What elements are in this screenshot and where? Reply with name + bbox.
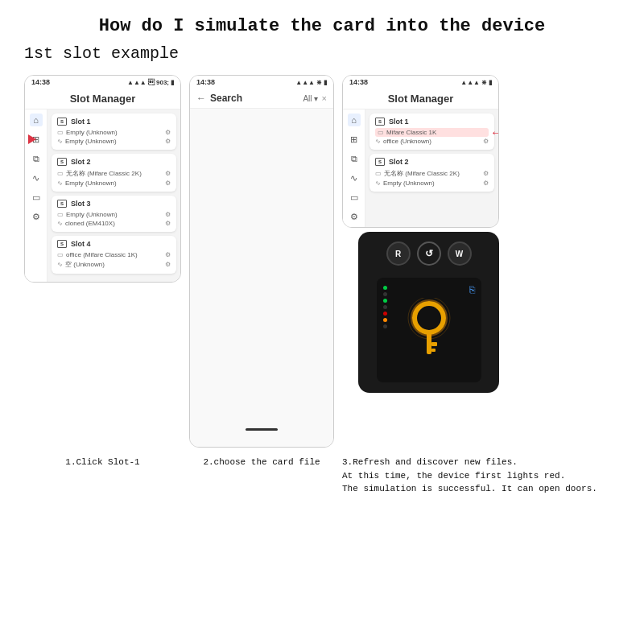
led-red bbox=[383, 312, 387, 316]
gear-icon-6[interactable]: ⚙ bbox=[165, 220, 171, 227]
led-off-3 bbox=[383, 324, 387, 328]
device-buttons: R ↺ W bbox=[386, 242, 472, 266]
battery-icon-m: ▮ bbox=[324, 79, 327, 86]
slot-2-item-2: ∿ Empty (Unknown) ⚙ bbox=[57, 179, 171, 188]
slot-r1-title: S Slot 1 bbox=[375, 118, 489, 126]
led-off-1 bbox=[383, 292, 387, 296]
sidebar-wifi[interactable]: ∿ bbox=[30, 171, 43, 184]
phone-left: 14:38 ▲▲▲  903; ▮ Slot Manager ⌂ ⊞ ⧉ bbox=[24, 75, 181, 283]
slot-1-item-2: ∿ Empty (Unknown) ⚙ bbox=[57, 137, 171, 146]
gear-icon-r1[interactable]: ⚙ bbox=[483, 138, 489, 145]
phone-body-right: ⌂ ⊞ ⧉ ∿ ▭ ⚙ S Slot 1 bbox=[343, 109, 498, 227]
gear-icon-1[interactable]: ⚙ bbox=[165, 129, 171, 136]
slot-card-2[interactable]: S Slot 2 ▭ 无名称 (Mifare Classic 2K) ⚙ ∿ E… bbox=[52, 154, 176, 192]
status-bar-middle: 14:38 ▲▲▲ ⋇ ▮ bbox=[190, 76, 333, 89]
signal-icon: ▲▲▲ bbox=[127, 79, 147, 86]
led-green bbox=[383, 286, 387, 290]
status-bar-left: 14:38 ▲▲▲  903; ▮ bbox=[25, 76, 180, 89]
sidebar-settings[interactable]: ⚙ bbox=[30, 210, 43, 223]
sidebar-slots[interactable]: ⊞ bbox=[30, 133, 43, 146]
caption-step2: 2.choose the card file bbox=[189, 456, 334, 469]
caption-step3-line2: At this time, the device first lights re… bbox=[342, 469, 620, 483]
slot-1-title: S Slot 1 bbox=[57, 118, 171, 126]
slot-card-r1[interactable]: S Slot 1 ▭ Mifare Classic 1K ← ∿ bbox=[369, 114, 494, 150]
slot-3-item-2: ∿ cloned (EM410X) ⚙ bbox=[57, 219, 171, 228]
phone-sidebar-right: ⌂ ⊞ ⧉ ∿ ▭ ⚙ bbox=[343, 109, 365, 227]
wifi-icon-2: ∿ bbox=[57, 180, 63, 187]
gear-icon-3[interactable]: ⚙ bbox=[165, 170, 171, 177]
device-image: R ↺ W ⎘ bbox=[358, 232, 499, 393]
wifi-icon-r: ⋇ bbox=[481, 79, 487, 86]
sidebar-copy-r[interactable]: ⧉ bbox=[348, 152, 361, 165]
sidebar-card[interactable]: ▭ bbox=[30, 191, 43, 204]
gear-icon-5[interactable]: ⚙ bbox=[165, 211, 171, 218]
slot-r2-item-1: ▭ 无名称 (Mifare Classic 2K) ⚙ bbox=[375, 168, 489, 179]
card-icon-3: ▭ bbox=[57, 211, 64, 218]
phone-right: 14:38 ▲▲▲ ⋇ ▮ Slot Manager ⌂ ⊞ ⧉ ∿ ▭ bbox=[342, 75, 499, 228]
led-off-2 bbox=[383, 305, 387, 309]
gear-icon-r2[interactable]: ⚙ bbox=[483, 170, 489, 177]
phone-body-left: ⌂ ⊞ ⧉ ∿ ▭ ⚙ S Slot 1 bbox=[25, 109, 180, 282]
w-button[interactable]: W bbox=[448, 242, 472, 266]
signal-icon-m: ▲▲▲ bbox=[295, 79, 315, 86]
r-button[interactable]: R bbox=[386, 242, 411, 266]
gear-icon-2[interactable]: ⚙ bbox=[165, 138, 171, 145]
time-left: 14:38 bbox=[31, 78, 50, 86]
slot-2-item-1: ▭ 无名称 (Mifare Classic 2K) ⚙ bbox=[57, 168, 171, 179]
caption-step3-line1: 3.Refresh and discover new files. bbox=[342, 456, 620, 469]
slot-card-1[interactable]: S Slot 1 ▭ Empty (Unknown) ⚙ ∿ Empty (Un… bbox=[52, 114, 176, 150]
sidebar-home-r[interactable]: ⌂ bbox=[348, 114, 361, 126]
card-icon-4: ▭ bbox=[57, 251, 64, 258]
slot-r2-title: S Slot 2 bbox=[375, 158, 489, 166]
slot-4-title: S Slot 4 bbox=[57, 240, 171, 248]
back-arrow[interactable]: ← bbox=[196, 93, 206, 104]
slot-r1-item-2: ∿ office (Unknown) ⚙ bbox=[375, 137, 489, 146]
slot-1-icon: S bbox=[57, 118, 67, 126]
slot-r1-icon: S bbox=[375, 118, 385, 126]
key-svg bbox=[401, 298, 457, 362]
slot-3-title: S Slot 3 bbox=[57, 200, 171, 208]
red-arrow-indicator: ← bbox=[490, 126, 498, 140]
search-filter[interactable]: All ▾ bbox=[303, 94, 317, 103]
gear-icon-r3[interactable]: ⚙ bbox=[483, 180, 489, 187]
led-green-2 bbox=[383, 299, 387, 303]
chevron-down-icon: ▾ bbox=[314, 94, 318, 103]
gear-icon-8[interactable]: ⚙ bbox=[165, 261, 171, 268]
wifi-icon-r2: ∿ bbox=[375, 180, 381, 187]
gear-icon-4[interactable]: ⚙ bbox=[165, 180, 171, 187]
wifi-icon-1: ∿ bbox=[57, 138, 63, 145]
sidebar-slots-r[interactable]: ⊞ bbox=[348, 133, 361, 146]
sidebar-settings-r[interactable]: ⚙ bbox=[348, 210, 361, 223]
card-icon-r1: ▭ bbox=[378, 129, 384, 136]
gear-icon-7[interactable]: ⚙ bbox=[165, 251, 171, 258]
status-bar-right: 14:38 ▲▲▲ ⋇ ▮ bbox=[343, 76, 498, 89]
slot-r1-item-1-highlighted[interactable]: ▭ Mifare Classic 1K ← bbox=[375, 128, 489, 137]
arrow-button[interactable]: ↺ bbox=[417, 242, 441, 266]
sidebar-card-r[interactable]: ▭ bbox=[348, 191, 361, 204]
slot-r2-item-2: ∿ Empty (Unknown) ⚙ bbox=[375, 179, 489, 188]
screenshots-row: 14:38 ▲▲▲  903; ▮ Slot Manager ⌂ ⊞ ⧉ bbox=[24, 75, 620, 448]
slot-3-icon: S bbox=[57, 200, 67, 208]
wifi-icon:  903; bbox=[148, 79, 169, 86]
phone-header-right: Slot Manager bbox=[343, 89, 498, 109]
sidebar-copy[interactable]: ⧉ bbox=[30, 152, 43, 165]
slot-card-r2[interactable]: S Slot 2 ▭ 无名称 (Mifare Classic 2K) ⚙ ∿ E… bbox=[369, 154, 494, 192]
page-container: How do I simulate the card into the devi… bbox=[0, 0, 644, 644]
close-icon[interactable]: × bbox=[322, 93, 327, 103]
slot-4-icon: S bbox=[57, 240, 67, 248]
caption-step3: 3.Refresh and discover new files. At thi… bbox=[342, 456, 620, 496]
slot-card-3[interactable]: S Slot 3 ▭ Empty (Unknown) ⚙ ∿ cloned (E… bbox=[52, 196, 176, 232]
wifi-icon-r1: ∿ bbox=[375, 138, 381, 145]
right-section: 14:38 ▲▲▲ ⋇ ▮ Slot Manager ⌂ ⊞ ⧉ ∿ ▭ bbox=[342, 75, 499, 393]
sidebar-wifi-r[interactable]: ∿ bbox=[348, 171, 361, 184]
caption-row: 1.Click Slot-1 2.choose the card file 3.… bbox=[24, 456, 620, 496]
slot-3-item-1: ▭ Empty (Unknown) ⚙ bbox=[57, 210, 171, 219]
signal-icon-r: ▲▲▲ bbox=[460, 79, 480, 86]
search-input[interactable]: Search bbox=[210, 93, 299, 104]
search-header: ← Search All ▾ × bbox=[190, 89, 333, 109]
battery-icon-r: ▮ bbox=[489, 79, 492, 86]
slot-card-4[interactable]: S Slot 4 ▭ office (Mifare Classic 1K) ⚙ … bbox=[52, 236, 176, 274]
search-body bbox=[190, 109, 333, 447]
sidebar-home[interactable]: ⌂ bbox=[30, 114, 43, 126]
bottom-line bbox=[246, 428, 278, 431]
